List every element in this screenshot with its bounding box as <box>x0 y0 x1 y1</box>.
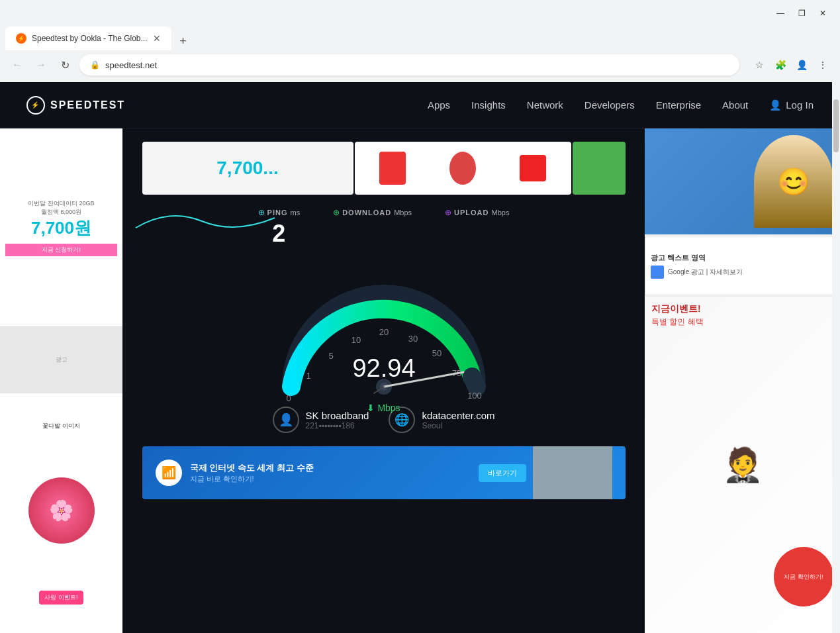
upload-icon: ⊕ <box>445 208 451 217</box>
login-button[interactable]: 👤 Log In <box>769 99 814 111</box>
upload-column: ⊕ UPLOAD Mbps <box>445 208 509 217</box>
svg-text:100: 100 <box>467 391 482 401</box>
banner-ad-2[interactable] <box>355 142 571 195</box>
right-ad-cta-circle[interactable]: 지금 확인하기! <box>774 547 833 607</box>
new-tab-button[interactable]: + <box>174 32 193 50</box>
forward-button[interactable]: → <box>32 56 50 74</box>
top-banner-ads: 7,700... <box>142 142 626 195</box>
server-location: Seoul <box>422 421 494 430</box>
right-ad-person: 😊 <box>754 135 833 228</box>
svg-text:1: 1 <box>306 371 310 381</box>
url-text: speedtest.net <box>105 60 157 70</box>
bottom-ad-subtitle: 지금 바로 확인하기! <box>190 474 479 484</box>
flower-graphic: 🌸 <box>28 477 95 544</box>
menu-icon[interactable]: ⋮ <box>814 56 832 74</box>
banner-ad-1[interactable]: 7,700... <box>142 142 353 195</box>
banner-icon-2 <box>449 152 476 185</box>
page-content: ⚡ SPEEDTEST Apps Insights Network Develo… <box>0 82 840 633</box>
banner-icon-1 <box>379 152 406 185</box>
left-ad-text2: 월정액 6,000원 <box>41 208 81 217</box>
right-ad-panel: 😊 광고 텍스트 영역 Google 광고 | 자세히보기 🤵 지금 확인하기!… <box>645 128 840 633</box>
svg-text:5: 5 <box>328 351 333 361</box>
svg-text:0: 0 <box>286 393 291 403</box>
security-icon: 🔒 <box>90 60 100 70</box>
isp-ip: 221▪▪▪▪▪▪▪▪186 <box>306 421 369 430</box>
back-button[interactable]: ← <box>8 56 26 74</box>
browser-chrome: — ❐ ✕ ⚡ Speedtest by Ookla - The Glob...… <box>0 0 840 82</box>
right-ad-photo-bottom[interactable]: 🤵 지금 확인하기! 지금이벤트! 특별 할인 혜택 <box>645 297 840 633</box>
right-ad-text-mid[interactable]: 광고 텍스트 영역 Google 광고 | 자세히보기 <box>645 236 840 295</box>
maximize-button[interactable]: ❐ <box>792 4 811 23</box>
right-ad-photo-top[interactable]: 😊 <box>645 128 840 234</box>
left-ad-bottom-text: 꽃다발 이미지 <box>42 422 80 430</box>
scroll-thumb[interactable] <box>833 128 839 152</box>
gauge-container: 0 1 5 10 20 30 50 75 100 <box>271 254 496 400</box>
download-label: DOWNLOAD <box>342 209 391 217</box>
nav-enterprise[interactable]: Enterprise <box>656 99 701 111</box>
left-ad-top: 이번달 잔여데이터 20GB 월정액 6,000원 7,700원 지금 신청하기… <box>0 128 122 327</box>
center-content: 7,700... ⊕ PING ms <box>122 128 645 633</box>
bookmark-icon[interactable]: ☆ <box>750 56 769 74</box>
banner-ad-3[interactable] <box>573 142 626 195</box>
active-tab[interactable]: ⚡ Speedtest by Ookla - The Glob... ✕ <box>5 26 171 50</box>
speedtest-logo[interactable]: ⚡ SPEEDTEST <box>26 96 125 115</box>
left-ad-price: 7,700원 <box>31 217 91 240</box>
left-ad-text1: 이번달 잔여데이터 20GB <box>28 199 94 208</box>
download-header: ⊕ DOWNLOAD Mbps <box>333 208 412 217</box>
reload-button[interactable]: ↻ <box>56 56 74 74</box>
left-ad-bottom-cta[interactable]: 사랑 이벤트! <box>39 591 83 605</box>
close-button[interactable]: ✕ <box>814 4 832 23</box>
top-navigation: ⚡ SPEEDTEST Apps Insights Network Develo… <box>0 82 840 128</box>
upload-unit-label: Mbps <box>492 209 510 217</box>
decorative-wave <box>129 201 301 241</box>
toolbar-icons: ☆ 🧩 👤 ⋮ <box>750 56 832 74</box>
tab-favicon: ⚡ <box>16 33 26 44</box>
download-arrow-icon: ⬇ <box>367 403 375 413</box>
nav-insights[interactable]: Insights <box>471 99 506 111</box>
svg-text:50: 50 <box>432 348 441 358</box>
right-ad-mid-logos: Google 광고 | 자세히보기 <box>651 266 834 279</box>
profile-icon[interactable]: 👤 <box>792 56 811 74</box>
left-ad-mid: 광고 <box>0 327 122 393</box>
logo-text: SPEEDTEST <box>50 99 125 111</box>
address-input[interactable]: 🔒 speedtest.net <box>79 54 739 75</box>
gauge-svg: 0 1 5 10 20 30 50 75 100 <box>271 254 496 413</box>
google-icon-sim <box>651 266 664 279</box>
tab-bar: ⚡ Speedtest by Ookla - The Glob... ✕ + <box>0 26 840 50</box>
nav-links: Apps Insights Network Developers Enterpr… <box>428 99 814 111</box>
svg-text:92.94: 92.94 <box>352 354 415 382</box>
tab-close-button[interactable]: ✕ <box>153 33 161 44</box>
right-ad-mid-text: Google 광고 | 자세히보기 <box>668 268 743 277</box>
nav-developers[interactable]: Developers <box>584 99 635 111</box>
login-icon: 👤 <box>769 99 782 111</box>
address-bar: ← → ↻ 🔒 speedtest.net ☆ 🧩 👤 ⋮ <box>0 50 840 82</box>
nav-apps[interactable]: Apps <box>428 99 450 111</box>
banner-icon-3 <box>520 155 546 181</box>
left-ad-cta[interactable]: 지금 신청하기! <box>5 244 117 256</box>
svg-text:10: 10 <box>351 335 360 345</box>
svg-text:30: 30 <box>408 334 417 344</box>
upload-label: UPLOAD <box>454 209 489 217</box>
right-ad-bottom-bg: 🤵 지금 확인하기! <box>645 297 840 633</box>
main-area: 이번달 잔여데이터 20GB 월정액 6,000원 7,700원 지금 신청하기… <box>0 128 840 633</box>
extensions-icon[interactable]: 🧩 <box>771 56 790 74</box>
download-column: ⊕ DOWNLOAD Mbps <box>333 208 412 217</box>
download-icon: ⊕ <box>333 208 340 217</box>
speed-unit-text: Mbps <box>377 403 400 413</box>
banner-ad-1-price: 7,700... <box>216 158 278 179</box>
vertical-scrollbar[interactable] <box>832 128 840 633</box>
download-unit-label: Mbps <box>394 209 412 217</box>
nav-network[interactable]: Network <box>527 99 563 111</box>
bottom-ad-icon: 📶 <box>156 460 182 486</box>
right-ad-bottom-text1: 지금이벤트! <box>651 303 701 315</box>
minimize-button[interactable]: — <box>771 4 790 23</box>
upload-header: ⊕ UPLOAD Mbps <box>445 208 509 217</box>
left-ad-mid-text: 광고 <box>56 356 68 364</box>
nav-about[interactable]: About <box>722 99 748 111</box>
bottom-ad-image <box>533 446 612 499</box>
bottom-banner-ad[interactable]: 📶 국제 인터넷 속도 세계 최고 수준 지금 바로 확인하기! 바로가기 <box>142 446 626 499</box>
bottom-ad-cta[interactable]: 바로가기 <box>479 464 526 482</box>
left-ad-panel: 이번달 잔여데이터 20GB 월정액 6,000원 7,700원 지금 신청하기… <box>0 128 122 633</box>
window-controls: — ❐ ✕ <box>771 4 832 23</box>
svg-text:20: 20 <box>379 327 388 337</box>
